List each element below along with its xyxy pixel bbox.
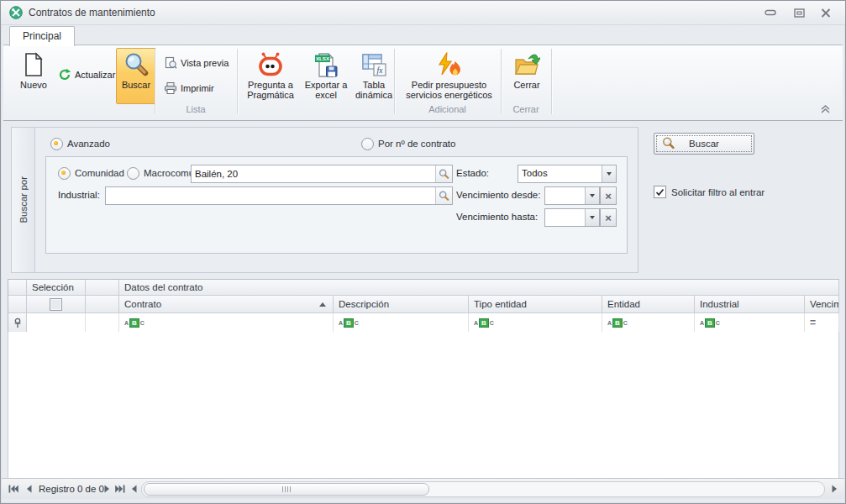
header-empty-cell <box>86 296 119 313</box>
buscar-panel-button[interactable]: Buscar <box>654 133 754 155</box>
first-record-button[interactable] <box>7 479 20 499</box>
filter-cell-tipo-entidad[interactable]: ABC <box>469 313 602 333</box>
abc-filter-icon: ABC <box>339 318 359 328</box>
close-button[interactable] <box>813 4 838 21</box>
print-preview-icon <box>164 56 177 70</box>
filter-cell-vencimiento[interactable]: = <box>805 313 839 333</box>
comunidad-lookup-button[interactable] <box>435 165 452 182</box>
radio-por-numero-contrato[interactable]: Por nº de contrato <box>361 137 455 150</box>
statusbar: Registro 0 de 0 <box>2 478 844 499</box>
svg-text:XLSX: XLSX <box>316 55 330 61</box>
scroll-left-button[interactable] <box>129 479 139 499</box>
industrial-lookup-button[interactable] <box>435 187 452 204</box>
new-document-icon <box>20 51 47 78</box>
filter-cell-seleccion[interactable] <box>27 313 86 333</box>
search-panel: Buscar por Avanzado Por nº de contrato C… <box>11 127 638 273</box>
titlebar: Contratos de mantenimiento <box>1 1 845 25</box>
scrollbar-thumb[interactable] <box>144 483 429 496</box>
abc-filter-icon: ABC <box>124 318 145 328</box>
vencimiento-desde-dropdown-button[interactable] <box>585 187 599 204</box>
tab-principal[interactable]: Principal <box>9 26 75 46</box>
vencimiento-desde-clear-button[interactable]: × <box>600 186 617 205</box>
header-indicator-cell <box>8 296 27 313</box>
band-indicator-cell <box>8 280 27 296</box>
comunidad-field <box>191 165 453 183</box>
svg-text:fx: fx <box>377 66 384 75</box>
auto-filter-row: ABC ABC ABC ABC ABC = <box>8 313 839 333</box>
industrial-field <box>105 186 453 205</box>
minimize-button[interactable] <box>758 4 783 21</box>
maximize-button[interactable] <box>786 4 812 21</box>
group-caption-cerrar: Cerrar <box>501 102 551 116</box>
filter-cell-empty[interactable] <box>86 313 119 333</box>
radio-selected-icon <box>58 167 71 180</box>
column-header-row: Contrato Descripción Tipo entidad Entida… <box>8 296 839 313</box>
excel-save-icon: XLSX <box>313 51 339 78</box>
vencimiento-desde-combo[interactable] <box>544 186 600 205</box>
chevron-down-icon <box>590 194 595 197</box>
column-header-entidad[interactable]: Entidad <box>602 296 695 313</box>
lightning-flame-icon <box>436 51 463 78</box>
robot-icon <box>257 51 284 78</box>
industrial-input[interactable] <box>106 187 452 204</box>
folder-exit-icon <box>513 51 540 78</box>
chevron-up-icon <box>820 104 831 114</box>
band-datos-del-contrato[interactable]: Datos del contrato <box>119 280 839 296</box>
pin-icon <box>13 318 22 328</box>
filter-cell-entidad[interactable]: ABC <box>602 313 695 333</box>
cerrar-button[interactable]: Cerrar <box>502 48 551 104</box>
column-header-vencimiento[interactable]: Vencimie <box>805 296 839 313</box>
select-all-checkbox-header[interactable] <box>27 296 86 313</box>
abc-filter-icon: ABC <box>474 318 494 328</box>
scroll-right-button[interactable] <box>828 479 840 499</box>
radio-avanzado[interactable]: Avanzado <box>50 137 110 150</box>
ribbon-separator <box>237 49 238 114</box>
estado-label: Estado: <box>456 165 489 181</box>
buscar-ribbon-button[interactable]: Buscar <box>116 48 156 104</box>
filter-cell-contrato[interactable]: ABC <box>119 313 334 333</box>
column-header-descripcion[interactable]: Descripción <box>334 296 469 313</box>
clear-x-icon: × <box>605 212 612 224</box>
estado-combo[interactable]: Todos <box>518 165 617 183</box>
filter-cell-descripcion[interactable]: ABC <box>334 313 469 333</box>
column-header-industrial[interactable]: Industrial <box>695 296 805 313</box>
grid-data-area[interactable] <box>8 332 839 478</box>
vencimiento-hasta-combo[interactable] <box>544 208 600 227</box>
pregunta-pragmatica-button[interactable]: Pregunta a Pragmática <box>241 48 300 104</box>
last-record-button[interactable] <box>113 479 127 499</box>
record-count-text: Registro 0 de 0 <box>39 479 104 499</box>
vencimiento-hasta-clear-button[interactable]: × <box>600 208 617 227</box>
radio-selected-icon <box>50 138 63 150</box>
collapse-ribbon-button[interactable] <box>820 104 831 116</box>
previous-record-button[interactable] <box>24 479 34 499</box>
horizontal-scrollbar[interactable] <box>141 481 825 497</box>
chevron-down-icon <box>607 172 612 176</box>
filter-cell-industrial[interactable]: ABC <box>695 313 805 333</box>
next-record-button[interactable] <box>102 479 112 499</box>
radio-comunidad[interactable]: Comunidad <box>58 166 124 180</box>
vista-previa-button[interactable]: Vista previa <box>160 54 238 72</box>
ribbon-tab-row: Principal <box>1 24 845 45</box>
column-header-contrato[interactable]: Contrato <box>119 296 334 313</box>
solicitar-filtro-checkbox[interactable]: Solicitar filtro al entrar <box>654 186 765 198</box>
column-header-tipo-entidad[interactable]: Tipo entidad <box>469 296 602 313</box>
pivot-table-fx-icon: fx <box>360 51 387 78</box>
actualizar-button[interactable]: Actualizar <box>55 66 118 84</box>
window-title: Contratos de mantenimiento <box>29 1 155 24</box>
ribbon: Nuevo Actualizar Buscar Vi <box>3 45 843 121</box>
checkbox-checked-icon <box>654 186 666 198</box>
radio-unselected-icon <box>127 167 139 180</box>
exportar-excel-button[interactable]: XLSX Exportar a excel <box>300 48 352 104</box>
band-seleccion[interactable]: Selección <box>27 280 86 296</box>
estado-dropdown-button[interactable] <box>602 165 616 182</box>
filter-row-indicator <box>8 313 27 333</box>
estado-value: Todos <box>522 165 601 181</box>
abc-filter-icon: ABC <box>700 318 720 328</box>
comunidad-input[interactable] <box>192 165 452 182</box>
pedir-presupuesto-button[interactable]: Pedir presupuesto servicios energéticos <box>398 48 500 104</box>
tabla-dinamica-button[interactable]: fx Tabla dinámica <box>352 48 396 104</box>
imprimir-button[interactable]: Imprimir <box>160 79 238 97</box>
nuevo-button[interactable]: Nuevo <box>13 48 55 104</box>
ribbon-separator <box>551 49 552 114</box>
vencimiento-hasta-dropdown-button[interactable] <box>585 209 599 226</box>
